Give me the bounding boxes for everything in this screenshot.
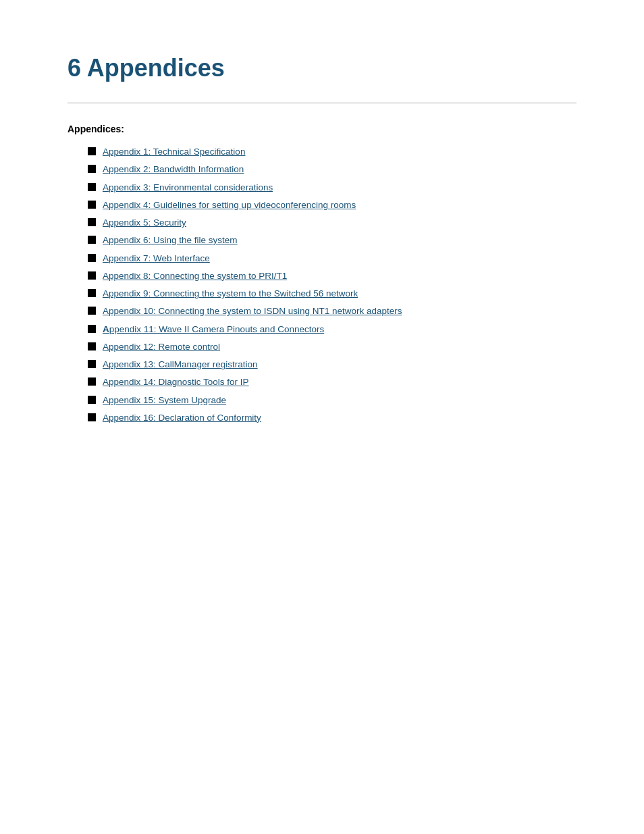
list-item: Appendix 16: Declaration of Conformity xyxy=(88,411,576,425)
bullet-icon xyxy=(88,396,96,404)
bullet-icon xyxy=(88,307,96,315)
appendix-link-9[interactable]: Appendix 9: Connecting the system to the… xyxy=(103,287,358,301)
bullet-icon xyxy=(88,201,96,209)
appendix-link-8[interactable]: Appendix 8: Connecting the system to PRI… xyxy=(103,269,287,283)
appendix-link-2[interactable]: Appendix 2: Bandwidth Information xyxy=(103,163,244,176)
bullet-icon xyxy=(88,413,96,421)
list-item: Appendix 15: System Upgrade xyxy=(88,394,576,407)
appendix-link-13[interactable]: Appendix 13: CallManager registration xyxy=(103,358,258,371)
page-container: 6 Appendices Appendices: Appendix 1: Tec… xyxy=(0,0,644,469)
list-item: Appendix 10: Connecting the system to IS… xyxy=(88,305,576,318)
page-title: 6 Appendices xyxy=(68,54,576,82)
list-item: Appendix 5: Security xyxy=(88,216,576,230)
appendix-list: Appendix 1: Technical SpecificationAppen… xyxy=(68,145,576,425)
list-item: Appendix 8: Connecting the system to PRI… xyxy=(88,269,576,283)
list-item: Appendix 4: Guidelines for setting up vi… xyxy=(88,199,576,212)
section-label: Appendices: xyxy=(68,124,576,134)
appendix-link-4[interactable]: Appendix 4: Guidelines for setting up vi… xyxy=(103,199,356,212)
list-item: Appendix 7: Web Interface xyxy=(88,252,576,265)
list-item: Appendix 2: Bandwidth Information xyxy=(88,163,576,176)
appendix-link-6[interactable]: Appendix 6: Using the file system xyxy=(103,234,238,247)
bullet-icon xyxy=(88,289,96,297)
appendix-link-5[interactable]: Appendix 5: Security xyxy=(103,216,186,230)
appendix-link-16[interactable]: Appendix 16: Declaration of Conformity xyxy=(103,411,261,425)
appendix-link-3[interactable]: Appendix 3: Environmental considerations xyxy=(103,181,273,194)
bullet-icon xyxy=(88,165,96,173)
list-item: Appendix 13: CallManager registration xyxy=(88,358,576,371)
bullet-icon xyxy=(88,271,96,280)
bullet-icon xyxy=(88,342,96,350)
list-item: Appendix 11: Wave II Camera Pinouts and … xyxy=(88,323,576,336)
appendix-link-1[interactable]: Appendix 1: Technical Specification xyxy=(103,145,245,159)
list-item: Appendix 3: Environmental considerations xyxy=(88,181,576,194)
list-item: Appendix 12: Remote control xyxy=(88,340,576,354)
bullet-icon xyxy=(88,325,96,333)
appendix-link-10[interactable]: Appendix 10: Connecting the system to IS… xyxy=(103,305,402,318)
appendix-link-7[interactable]: Appendix 7: Web Interface xyxy=(103,252,210,265)
bullet-icon xyxy=(88,236,96,244)
appendix-link-14[interactable]: Appendix 14: Diagnostic Tools for IP xyxy=(103,375,249,389)
bullet-icon xyxy=(88,183,96,191)
list-item: Appendix 6: Using the file system xyxy=(88,234,576,247)
bullet-icon xyxy=(88,360,96,368)
appendix-link-11[interactable]: Appendix 11: Wave II Camera Pinouts and … xyxy=(103,323,324,336)
list-item: Appendix 9: Connecting the system to the… xyxy=(88,287,576,301)
bullet-icon xyxy=(88,254,96,262)
appendix-link-15[interactable]: Appendix 15: System Upgrade xyxy=(103,394,226,407)
bullet-icon xyxy=(88,377,96,386)
list-item: Appendix 1: Technical Specification xyxy=(88,145,576,159)
list-item: Appendix 14: Diagnostic Tools for IP xyxy=(88,375,576,389)
bullet-icon xyxy=(88,218,96,226)
appendix-link-12[interactable]: Appendix 12: Remote control xyxy=(103,340,220,354)
bullet-icon xyxy=(88,147,96,155)
section-divider xyxy=(68,103,576,103)
